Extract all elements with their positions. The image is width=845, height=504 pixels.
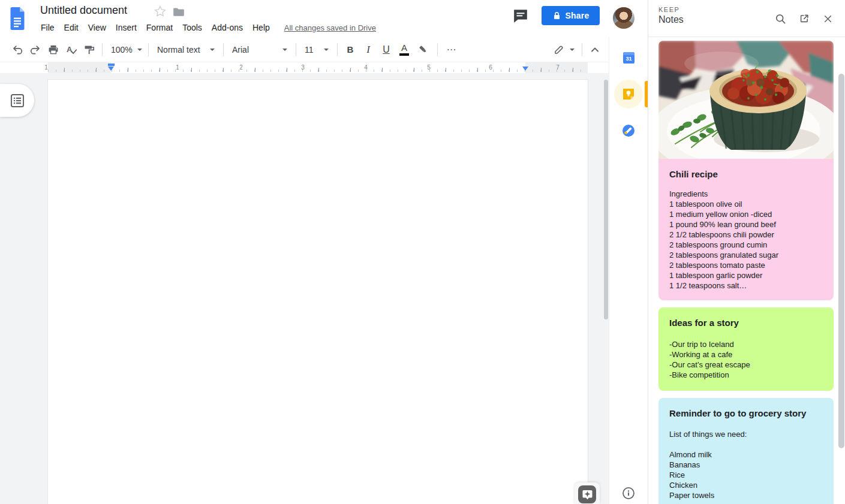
- left-indent-marker[interactable]: [108, 67, 114, 71]
- menu-addons[interactable]: Add-ons: [207, 21, 248, 34]
- note-title: Reminder to go to grocery story: [669, 408, 813, 420]
- ruler-number: 3: [299, 64, 306, 71]
- ruler-number: 1: [174, 64, 181, 71]
- keep-search-button[interactable]: [772, 11, 788, 26]
- hide-menus-button[interactable]: [586, 41, 604, 59]
- google-docs-with-keep-panel: Untitled document File Edit View Insert …: [0, 0, 845, 504]
- chevron-down-icon: [324, 49, 329, 51]
- note-title: Chili recipe: [669, 168, 824, 180]
- text-color-button[interactable]: A: [395, 41, 413, 59]
- bold-label: B: [347, 45, 354, 54]
- open-in-new-icon: [799, 13, 810, 24]
- font-size-value: 11: [305, 45, 314, 55]
- tasks-rail-button[interactable]: [617, 119, 640, 143]
- move-folder-icon[interactable]: [172, 5, 185, 19]
- undo-button[interactable]: [8, 41, 26, 59]
- lock-icon: [552, 11, 561, 20]
- print-button[interactable]: [44, 41, 62, 59]
- menu-insert[interactable]: Insert: [111, 21, 142, 34]
- comments-button[interactable]: [512, 7, 530, 25]
- menu-format[interactable]: Format: [142, 21, 178, 34]
- zoom-select[interactable]: 100%: [106, 41, 145, 59]
- note-line: 2 tablespoons tomato paste: [669, 260, 824, 270]
- account-avatar[interactable]: [613, 7, 634, 29]
- share-button[interactable]: Share: [542, 6, 600, 25]
- toolbar-divider: [102, 43, 103, 56]
- paint-roller-icon: [83, 44, 95, 56]
- menu-file[interactable]: File: [36, 21, 59, 34]
- open-in-keep-button[interactable]: [796, 11, 812, 26]
- note-line: 2 tablespoons ground cumin: [669, 240, 824, 250]
- menu-bar: File Edit View Insert Format Tools Add-o…: [36, 20, 376, 35]
- paint-format-button[interactable]: [80, 41, 98, 59]
- menu-view[interactable]: View: [83, 21, 111, 34]
- ruler-number: 4: [362, 64, 369, 71]
- note-line: Bananas: [669, 460, 824, 470]
- note-card-ideas-for-a-story[interactable]: Ideas for a story -Our trip to Iceland -…: [658, 307, 834, 391]
- keep-rail-button[interactable]: [617, 82, 640, 106]
- bold-button[interactable]: B: [341, 41, 359, 59]
- toolbar: A 100% Normal text: [0, 37, 609, 62]
- ruler-number: 5: [425, 64, 432, 71]
- close-panel-button[interactable]: [820, 11, 835, 26]
- help-info-button[interactable]: [617, 481, 640, 504]
- comment-icon: [513, 8, 528, 24]
- side-panel-rail: 31: [609, 37, 648, 504]
- highlight-color-button[interactable]: [413, 41, 434, 59]
- keep-panel-scrollbar[interactable]: [838, 74, 844, 448]
- explore-icon: [582, 489, 593, 500]
- redo-button[interactable]: [26, 41, 44, 59]
- explore-button[interactable]: [578, 485, 596, 503]
- italic-button[interactable]: I: [359, 41, 377, 59]
- share-label: Share: [566, 11, 590, 20]
- keep-app-label: KEEP: [658, 6, 679, 13]
- menu-help[interactable]: Help: [248, 21, 275, 34]
- font-family-select[interactable]: Arial: [227, 41, 292, 59]
- keep-icon: [622, 87, 635, 101]
- more-toolbar-button[interactable]: ⋯: [441, 41, 462, 59]
- info-icon: [622, 487, 635, 500]
- editing-mode-select[interactable]: [549, 41, 578, 59]
- first-line-indent-marker[interactable]: [108, 64, 115, 66]
- note-title: Ideas for a story: [669, 317, 824, 329]
- right-indent-marker[interactable]: [522, 67, 528, 71]
- text-color-label: A: [401, 43, 407, 52]
- show-document-outline-button[interactable]: [0, 84, 34, 117]
- document-canvas: 1 1 2 3 4 5 6 7: [0, 62, 609, 504]
- star-icon[interactable]: [154, 5, 167, 18]
- chevron-up-icon: [589, 44, 601, 56]
- document-scrollbar[interactable]: [604, 80, 608, 319]
- note-line: 1 tablespoon garlic powder: [669, 270, 824, 280]
- calendar-rail-button[interactable]: 31: [617, 46, 640, 70]
- underline-button[interactable]: U: [377, 41, 395, 59]
- pencil-icon: [553, 44, 565, 56]
- paragraph-style-value: Normal text: [157, 45, 200, 55]
- note-line: 1 medium yellow onion -diced: [669, 209, 824, 219]
- menu-tools[interactable]: Tools: [178, 21, 207, 34]
- horizontal-ruler: 1 1 2 3 4 5 6 7: [0, 62, 609, 73]
- explore-card: [575, 482, 600, 504]
- toolbar-divider: [148, 43, 149, 56]
- font-family-value: Arial: [232, 45, 249, 55]
- document-page[interactable]: [48, 80, 588, 504]
- note-card-grocery-reminder[interactable]: Reminder to go to grocery story List of …: [658, 398, 834, 504]
- toolbar-divider: [223, 43, 224, 56]
- docs-logo-icon[interactable]: [8, 7, 26, 31]
- menu-edit[interactable]: Edit: [59, 21, 83, 34]
- ruler-number: 7: [554, 64, 561, 71]
- saved-status-link[interactable]: All changes saved in Drive: [284, 23, 376, 32]
- print-icon: [47, 44, 59, 56]
- docs-header: Untitled document File Edit View Insert …: [0, 0, 609, 37]
- highlighter-icon: [417, 44, 429, 56]
- paragraph-style-select[interactable]: Normal text: [152, 41, 219, 59]
- more-icon: ⋯: [447, 44, 457, 55]
- svg-text:A: A: [67, 45, 73, 54]
- svg-text:31: 31: [626, 56, 632, 62]
- underline-label: U: [383, 45, 390, 55]
- note-line: -Bike competition: [669, 370, 824, 380]
- spellcheck-button[interactable]: A: [62, 41, 80, 59]
- note-card-chili-recipe[interactable]: Chili recipe Ingredients 1 tablespoon ol…: [658, 41, 834, 300]
- font-size-select[interactable]: 11: [300, 41, 333, 59]
- document-title[interactable]: Untitled document: [40, 2, 127, 18]
- toolbar-divider: [337, 43, 338, 56]
